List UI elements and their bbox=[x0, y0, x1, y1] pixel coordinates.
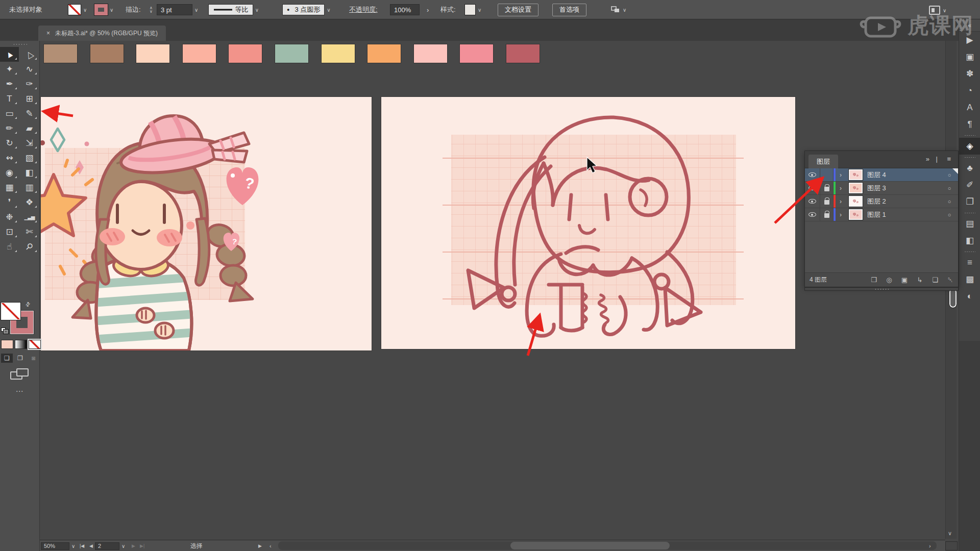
layers-panel-icon[interactable]: ◈ bbox=[959, 138, 980, 155]
hand-tool[interactable]: ☝ bbox=[0, 239, 19, 254]
new-sublayer-icon[interactable]: ↳ bbox=[912, 276, 927, 284]
target-circle-icon[interactable]: ○ bbox=[941, 185, 958, 191]
color-panel-icon[interactable]: ✽ bbox=[959, 65, 980, 82]
图层 4[interactable]: › 图层 4 ○ bbox=[805, 168, 958, 182]
direct-selection-tool[interactable]: △ bbox=[20, 47, 39, 62]
default-fill-stroke-icon[interactable] bbox=[1, 328, 8, 334]
lock-toggle[interactable] bbox=[820, 182, 834, 194]
panel-menu-icon[interactable]: ≡ bbox=[947, 155, 951, 163]
mesh-tool[interactable]: ▦ bbox=[0, 180, 19, 195]
chevron-down-icon[interactable]: ∨ bbox=[71, 543, 75, 549]
stroke-weight-field[interactable]: 3 pt ∨ bbox=[157, 0, 198, 19]
target-circle-icon[interactable]: ○ bbox=[941, 172, 958, 178]
layer-thumbnail[interactable] bbox=[849, 183, 863, 193]
zoom-level-field[interactable]: 50% ∨ bbox=[41, 540, 75, 551]
artboard-number-field[interactable]: 2 ∨ bbox=[95, 540, 125, 551]
previous-artboard-button[interactable]: ◀ bbox=[89, 540, 93, 551]
collect-for-export-icon[interactable]: ❒ bbox=[866, 276, 881, 284]
next-artboard-button[interactable]: ▶ bbox=[132, 540, 135, 551]
dock-divider[interactable] bbox=[959, 210, 980, 215]
fill-color-button[interactable]: ∨ bbox=[68, 0, 87, 19]
make-clipping-mask-icon[interactable]: ▣ bbox=[897, 276, 912, 284]
layer-name[interactable]: 图层 4 bbox=[867, 170, 941, 180]
chevron-down-icon[interactable]: ∨ bbox=[623, 7, 626, 13]
swatch-light-pink[interactable] bbox=[413, 44, 448, 63]
stroke-color-button[interactable]: ∨ bbox=[94, 0, 113, 19]
expand-chevron-icon[interactable]: › bbox=[840, 211, 847, 218]
pathfinder-panel-icon[interactable]: ◧ bbox=[959, 232, 980, 249]
new-layer-icon[interactable]: ❏ bbox=[927, 276, 943, 284]
width-profile-select[interactable]: 等比 ∨ bbox=[208, 0, 259, 19]
arrange-documents-button[interactable]: ∨ bbox=[929, 5, 946, 16]
opacity-field[interactable]: 100% bbox=[390, 0, 420, 19]
图层 2[interactable]: › 图层 2 ○ bbox=[805, 195, 958, 208]
magic-wand-tool[interactable]: ✦ bbox=[0, 62, 19, 77]
chevron-down-icon[interactable]: ∨ bbox=[83, 7, 87, 13]
rotate-tool[interactable]: ↻ bbox=[0, 136, 19, 151]
chevron-down-icon[interactable]: ∨ bbox=[110, 7, 113, 13]
swatch-light-peach[interactable] bbox=[136, 44, 170, 63]
zoom-tool[interactable]: ⚲ bbox=[20, 239, 39, 254]
图层 1[interactable]: › 图层 1 ○ bbox=[805, 208, 958, 221]
swatch-orange[interactable] bbox=[367, 44, 401, 63]
brushes-panel-icon[interactable]: ✐ bbox=[959, 177, 980, 193]
opacity-more-arrow[interactable]: › bbox=[427, 0, 429, 19]
stroke-weight-stepper[interactable]: ∧∨ bbox=[150, 0, 155, 19]
scale-tool[interactable]: ⇲ bbox=[20, 136, 39, 151]
selection-tool[interactable]: ▲ bbox=[0, 47, 19, 62]
align-panel-icon[interactable]: ▤ bbox=[959, 215, 980, 232]
slice-tool[interactable]: ✄ bbox=[20, 224, 39, 239]
free-transform-tool[interactable]: ▧ bbox=[20, 151, 39, 165]
locate-object-icon[interactable]: ◎ bbox=[881, 276, 897, 284]
dock-divider[interactable] bbox=[959, 249, 980, 254]
layer-name[interactable]: 图层 1 bbox=[867, 210, 941, 219]
chevron-down-icon[interactable]: ∨ bbox=[255, 7, 259, 13]
vertical-scrollbar-thumb[interactable] bbox=[949, 288, 957, 308]
character-styles-panel-icon[interactable]: A bbox=[959, 99, 980, 116]
layer-thumbnail[interactable] bbox=[849, 169, 863, 180]
style-swatch-button[interactable]: ∨ bbox=[464, 0, 481, 19]
layer-thumbnail[interactable] bbox=[849, 196, 863, 207]
change-screen-mode-icon[interactable] bbox=[10, 368, 30, 381]
column-graph-tool[interactable]: ▁▃▅ bbox=[20, 210, 39, 224]
stroke-panel-icon[interactable]: ≡ bbox=[959, 254, 980, 271]
swatch-salmon[interactable] bbox=[182, 44, 216, 63]
shape-builder-tool[interactable]: ◉ bbox=[0, 165, 19, 180]
paintbrush-tool[interactable]: ✎ bbox=[20, 106, 39, 121]
horizontal-scrollbar[interactable] bbox=[278, 541, 937, 550]
symbol-sprayer-tool[interactable]: ❉ bbox=[0, 210, 19, 224]
layer-name[interactable]: 图层 3 bbox=[867, 184, 941, 193]
swatch-pink[interactable] bbox=[459, 44, 494, 63]
artboard-2-sketch-girl[interactable] bbox=[381, 97, 795, 349]
visibility-toggle[interactable] bbox=[805, 168, 820, 181]
gradient-button[interactable] bbox=[15, 340, 27, 349]
图层 3[interactable]: › 图层 3 ○ bbox=[805, 182, 958, 195]
opacity-label[interactable]: 不透明度: bbox=[349, 0, 378, 19]
eyedropper-tool[interactable]: ❜ bbox=[0, 195, 19, 210]
type-tool[interactable]: T bbox=[0, 91, 19, 106]
scroll-right-arrow-icon[interactable]: › bbox=[929, 540, 931, 551]
color-button[interactable] bbox=[1, 340, 13, 349]
shaper-tool[interactable]: ✏ bbox=[0, 121, 19, 136]
collapse-panel-icon[interactable]: » bbox=[926, 155, 929, 163]
chevron-down-icon[interactable]: ∨ bbox=[943, 8, 946, 13]
visibility-toggle[interactable] bbox=[805, 195, 820, 208]
draw-behind-mode-icon[interactable]: ❐ bbox=[14, 354, 26, 363]
swatches-panel-icon[interactable]: ❐ bbox=[959, 193, 980, 210]
expand-chevron-icon[interactable]: › bbox=[840, 171, 847, 179]
transparency-panel-icon[interactable]: ◐ bbox=[959, 288, 980, 305]
chevron-down-icon[interactable]: ∨ bbox=[478, 7, 481, 13]
panel-resize-grip[interactable] bbox=[804, 287, 959, 291]
lock-toggle[interactable] bbox=[820, 208, 834, 221]
artboard-1-colored-girl[interactable]: ? ? bbox=[41, 97, 372, 350]
document-setup-button[interactable]: 文档设置 bbox=[498, 0, 538, 19]
swatch-sage-green[interactable] bbox=[275, 44, 309, 63]
eraser-tool[interactable]: ▰ bbox=[20, 121, 39, 136]
live-paint-bucket-tool[interactable]: ◧ bbox=[20, 165, 39, 180]
align-options-button[interactable]: ∨ bbox=[610, 0, 626, 19]
draw-inside-mode-icon[interactable]: ◙ bbox=[28, 354, 39, 363]
actions-panel-icon[interactable]: ▶ bbox=[959, 32, 980, 48]
blend-tool[interactable]: ❖ bbox=[20, 195, 39, 210]
expand-chevron-icon[interactable]: › bbox=[840, 185, 847, 192]
chevron-down-icon[interactable]: ∨ bbox=[121, 543, 125, 549]
